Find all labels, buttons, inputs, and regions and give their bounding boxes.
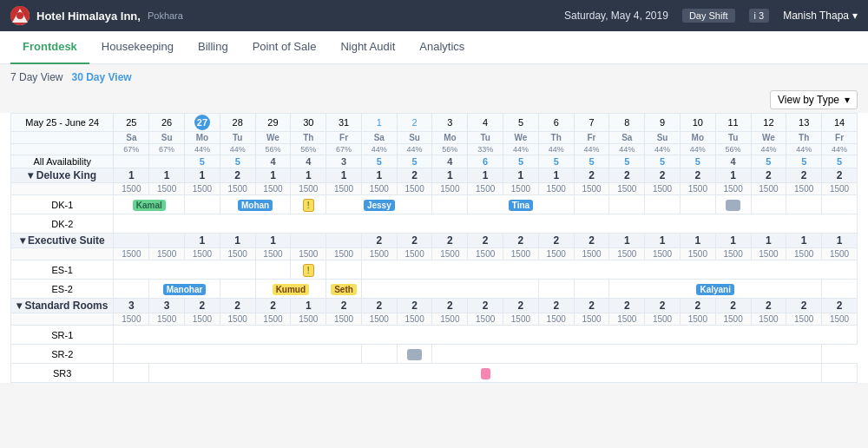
all-availability-row: All Availability 5 5 4 4 3 5 5 4 6 5 5 5… [11, 155, 858, 168]
room-es2-row: ES-2 Manohar Kumud Seth Kalyani [11, 280, 858, 299]
room-sr1-label: SR-1 [11, 326, 114, 345]
booking-jessy[interactable]: Jessy [326, 195, 432, 214]
booking-tina[interactable]: Tina [468, 195, 574, 214]
svg-point-2 [16, 12, 23, 19]
room-dk1-label: DK-1 [11, 195, 114, 214]
room-sr2-row: SR-2 [11, 345, 858, 364]
booking-seth[interactable]: Seth [326, 280, 362, 299]
topbar-date: Saturday, May 4, 2019 [564, 10, 668, 22]
room-sr1-row: SR-1 [11, 326, 858, 345]
day-name-row: Sa Su Mo Tu We Th Fr Sa Su Mo Tu We Th F… [11, 132, 858, 144]
nav-billing[interactable]: Billing [186, 31, 240, 64]
date-header-row: May 25 - June 24 25 26 27 28 29 30 31 1 … [11, 114, 858, 132]
nav-housekeeping[interactable]: Housekeeping [89, 31, 186, 64]
booking-pink[interactable] [149, 364, 822, 383]
nav-night-audit[interactable]: Night Audit [328, 31, 407, 64]
nav-pos[interactable]: Point of Sale [240, 31, 329, 64]
booking-kalyani[interactable]: Kalyani [609, 280, 822, 299]
booking-kumud[interactable]: Kumud [255, 280, 326, 299]
deluxe-king-section: ▾ Deluxe King 1 1 1 2 1 1 1 1 2 1 1 1 1 … [11, 168, 858, 183]
nav-frontdesk[interactable]: Frontdesk [10, 31, 89, 64]
booking-warn1[interactable]: ! [291, 195, 326, 214]
view-toggle: 7 Day View 30 Day View [0, 64, 868, 87]
user-name: Manish Thapa [783, 10, 849, 22]
executive-suite-toggle[interactable]: ▾ Executive Suite [11, 234, 114, 248]
room-sr3-row: SR3 [11, 364, 858, 383]
7-day-view-btn[interactable]: 7 Day View [10, 71, 62, 83]
all-availability-label: All Availability [11, 155, 114, 168]
notification-badge[interactable]: i 3 [749, 9, 770, 23]
booking-manohar[interactable]: Manohar [149, 280, 220, 299]
user-menu[interactable]: Manish Thapa ▾ [783, 10, 858, 22]
topbar-right: Saturday, May 4, 2019 Day Shift i 3 Mani… [564, 9, 858, 23]
chevron-down-icon: ▾ [852, 10, 858, 22]
hotel-logo-icon [10, 6, 30, 25]
calendar-toolbar: View by Type ▾ [0, 87, 868, 113]
hotel-location: Pokhara [148, 10, 183, 21]
room-dk2-row: DK-2 [11, 214, 858, 234]
standard-rooms-rate-row: 15001500 1500 15001500 15001500 15001500… [11, 313, 858, 326]
navbar: Frontdesk Housekeeping Billing Point of … [0, 31, 868, 64]
topbar-left: Hotel Himalaya Inn, Pokhara [10, 6, 183, 25]
topbar: Hotel Himalaya Inn, Pokhara Saturday, Ma… [0, 0, 868, 31]
standard-rooms-toggle[interactable]: ▾ Standard Rooms [11, 299, 114, 313]
view-by-type-dropdown[interactable]: View by Type ▾ [770, 90, 858, 109]
standard-rooms-section: ▾ Standard Rooms 3 3 2 2 2 1 2 2 2 2 2 2… [11, 299, 858, 313]
room-sr3-label: SR3 [11, 364, 114, 383]
30-day-view-btn[interactable]: 30 Day View [71, 71, 131, 83]
calendar-grid: May 25 - June 24 25 26 27 28 29 30 31 1 … [10, 113, 858, 383]
room-es1-row: ES-1 ! [11, 260, 858, 280]
deluxe-king-rate-row: 15001500 1500 15001500 15001500 15001500… [11, 183, 858, 195]
booking-kamal[interactable]: Kamal [114, 195, 185, 214]
room-es1-label: ES-1 [11, 260, 114, 280]
calendar-container: May 25 - June 24 25 26 27 28 29 30 31 1 … [0, 113, 868, 383]
range-label: May 25 - June 24 [11, 114, 114, 132]
exec-suite-rate-row: 15001500 1500 15001500 15001500 15001500… [11, 248, 858, 260]
chevron-down-icon: ▾ [845, 94, 850, 106]
hotel-name: Hotel Himalaya Inn, [36, 10, 141, 23]
pct-row: 67% 67% 44% 44% 56% 56% 67% 44% 44% 56% … [11, 144, 858, 155]
booking-warn2[interactable]: ! [291, 260, 326, 280]
topbar-shift: Day Shift [682, 9, 735, 23]
executive-suite-section: ▾ Executive Suite 1 1 1 2 2 2 2 2 2 2 1 … [11, 234, 858, 248]
booking-gray2[interactable] [397, 345, 432, 364]
room-dk2-label: DK-2 [11, 214, 114, 234]
room-sr2-label: SR-2 [11, 345, 114, 364]
nav-analytics[interactable]: Analytics [407, 31, 477, 64]
deluxe-king-toggle[interactable]: ▾ Deluxe King [11, 168, 114, 183]
booking-mohan[interactable]: Mohan [220, 195, 291, 214]
booking-gray1[interactable] [715, 195, 751, 214]
room-dk1-row: DK-1 Kamal Mohan ! Jessy Tina [11, 195, 858, 214]
room-es2-label: ES-2 [11, 280, 114, 299]
